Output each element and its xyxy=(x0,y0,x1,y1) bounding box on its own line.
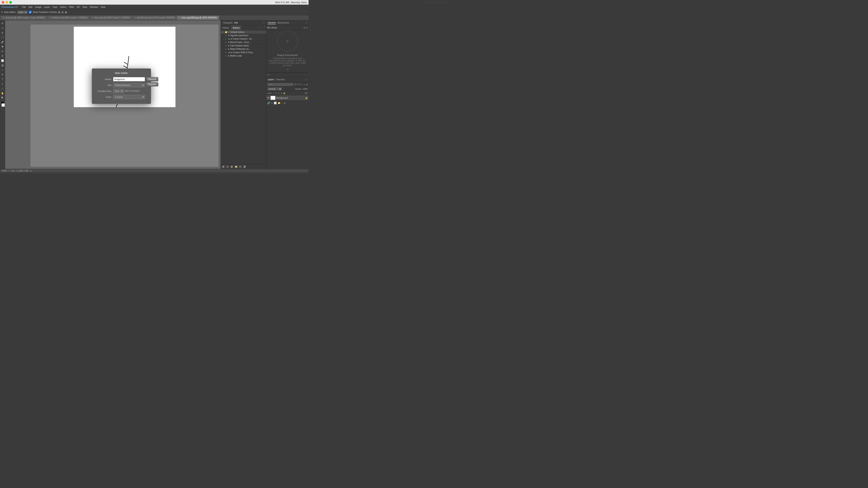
pen-tool[interactable]: ✒ xyxy=(0,72,5,77)
blend-mode-dropdown[interactable]: Normal Multiply Screen Overlay xyxy=(267,87,282,91)
panel-expand-icon[interactable]: >> xyxy=(258,25,263,30)
auto-select-dropdown[interactable]: Layer Group xyxy=(17,10,28,14)
help-icon[interactable]: ? xyxy=(286,68,288,72)
tab-close-0[interactable]: ✕ xyxy=(3,17,5,19)
path-selection-tool[interactable]: ↖ xyxy=(0,82,5,86)
link-layers-btn[interactable]: 🔗 xyxy=(267,102,270,104)
libraries-panel-menu[interactable]: ✕ xyxy=(306,22,307,24)
new-group-btn[interactable]: 📁 xyxy=(278,102,281,104)
color-dropdown[interactable]: X None Red Orange Yellow Green Blue Viol… xyxy=(113,95,145,99)
menu-select[interactable]: Select xyxy=(60,6,66,8)
action-item-2[interactable]: ✓ ▶ Wood Frame - 50 pi... xyxy=(221,41,266,44)
close-button[interactable] xyxy=(2,1,4,4)
minimize-button[interactable] xyxy=(5,1,8,4)
tab-close-2[interactable]: ✕ xyxy=(92,17,94,19)
align-left-icon[interactable]: ⊞ xyxy=(58,11,60,14)
text-tool[interactable]: T xyxy=(0,77,5,82)
record-button[interactable]: Record xyxy=(146,77,158,82)
zoom-tool[interactable]: 🔍 xyxy=(0,96,5,100)
library-list-view[interactable]: ⊞ xyxy=(304,27,305,29)
tab-4[interactable]: ✕ vine copy0000.jpg @ 100% (RGB/8#) xyxy=(177,16,219,20)
function-key-dropdown[interactable]: None xyxy=(113,89,124,93)
action-item-5[interactable]: ✓ ▣ ▶ Custom RGB to Gray... xyxy=(221,51,266,54)
tab-close-1[interactable]: ✕ xyxy=(50,17,51,19)
hand-tool[interactable]: ✋ xyxy=(0,91,5,95)
layers-tab[interactable]: Layers xyxy=(268,78,274,81)
menu-file[interactable]: File xyxy=(22,6,26,8)
action-item-6[interactable]: ✓ ▶ Molten Lead xyxy=(221,54,266,58)
menu-help[interactable]: Help xyxy=(101,6,105,8)
healing-brush-tool[interactable]: ✚ xyxy=(0,44,5,49)
channels-tab[interactable]: Channels xyxy=(276,78,285,81)
tab-1[interactable]: ✕ Untitled-1 @ 100% (Layer 1, RGB/8#) xyxy=(47,16,90,20)
action-item-0[interactable]: ✓ ▶ Vignette (selection) xyxy=(221,34,266,37)
action-item-1[interactable]: ✓ ▣ ▶ Frame Channel - 50... xyxy=(221,37,266,41)
filter-type-icon[interactable]: ⊞ xyxy=(294,83,296,86)
add-style-btn[interactable]: fx xyxy=(271,102,273,104)
menu-view[interactable]: View xyxy=(82,6,87,8)
lock-artboard-icon[interactable]: ⊡ xyxy=(281,92,282,94)
name-input[interactable] xyxy=(113,77,145,82)
create-set-button[interactable]: 📁 xyxy=(235,165,238,168)
clone-stamp-tool[interactable]: S xyxy=(0,54,5,58)
layers-panel-menu[interactable]: ✕ xyxy=(306,78,307,81)
panel-menu-icon[interactable]: >> xyxy=(262,22,265,24)
brush-tool[interactable]: ✏ xyxy=(0,49,5,53)
set-dropdown[interactable]: Default Actions xyxy=(113,83,145,87)
libraries-tab[interactable]: Libraries xyxy=(268,21,276,25)
delete-layer-btn[interactable]: 🗑 xyxy=(283,102,286,104)
tab-2[interactable]: ✕ vine copy @ 100% (Layer 2, RGB/8#) xyxy=(90,16,132,20)
play-button[interactable]: ▶ xyxy=(230,165,234,168)
menu-filter[interactable]: Filter xyxy=(69,6,74,8)
status-arrow[interactable]: ▶ xyxy=(30,170,32,172)
menu-edit[interactable]: Edit xyxy=(28,6,32,8)
tab-0[interactable]: ✕ vine.psd @ 100% (Layer 2 copy, RGB/8#) xyxy=(1,16,47,20)
library-add-icon[interactable]: + xyxy=(277,31,298,52)
info-tab[interactable]: Info xyxy=(234,21,239,24)
background-color[interactable] xyxy=(1,103,5,107)
menu-3d[interactable]: 3D xyxy=(77,6,80,8)
new-layer-btn[interactable]: + xyxy=(281,102,283,104)
library-add-btn[interactable]: + xyxy=(267,73,269,76)
delete-action-button[interactable]: 🗑 xyxy=(243,165,246,168)
cancel-button[interactable]: Cancel xyxy=(146,82,158,87)
eraser-tool[interactable]: ⬜ xyxy=(0,59,5,63)
align-right-icon[interactable]: ⊠ xyxy=(65,11,67,14)
align-center-icon[interactable]: ⊟ xyxy=(61,11,64,14)
lock-pixels-icon[interactable]: ✏ xyxy=(276,92,277,94)
stop-button[interactable]: ■ xyxy=(222,165,225,168)
lock-position-icon[interactable]: ✛ xyxy=(278,92,280,94)
library-grid-view[interactable]: ⊟ xyxy=(306,27,308,29)
add-mask-btn[interactable]: ⬜ xyxy=(274,102,277,104)
marquee-tool[interactable]: ▭ xyxy=(0,26,5,30)
menu-type[interactable]: Type xyxy=(52,6,57,8)
record-action-button[interactable]: ● xyxy=(226,165,229,168)
history-tab[interactable]: History xyxy=(221,25,231,30)
layer-item-background[interactable]: 👁 Background 🔒 xyxy=(267,95,309,101)
action-group-default[interactable]: ✓ 📁 ▼ Default Actions xyxy=(221,31,266,34)
action-item-4[interactable]: ✓ ▶ Water Reflection (ty... xyxy=(221,47,266,51)
lasso-tool[interactable]: ⌀ xyxy=(0,31,5,35)
dodge-tool[interactable]: ○ xyxy=(0,68,5,72)
lock-transparent-icon[interactable]: ⬚ xyxy=(273,92,275,94)
layers-search-input[interactable] xyxy=(267,83,293,86)
tab-3[interactable]: ✕ laserfilm.psd @ 12.5% (sound, RGB/8#) xyxy=(132,16,177,20)
filter-effect-icon[interactable]: fx xyxy=(299,83,301,86)
new-action-button[interactable]: + xyxy=(239,165,242,168)
opacity-value[interactable]: 100% xyxy=(303,88,308,90)
tab-close-4[interactable]: ✕ xyxy=(179,17,181,19)
library-import-btn[interactable]: ↑ xyxy=(270,74,271,76)
filter-attr-icon[interactable]: △ xyxy=(304,83,306,86)
filter-color-icon[interactable]: ■ xyxy=(306,83,308,86)
action-item-3[interactable]: ✓ ▶ Cast Shadow (type) xyxy=(221,44,266,47)
lock-all-icon[interactable]: 🔒 xyxy=(283,92,285,94)
move-tool[interactable]: ✛ xyxy=(0,21,5,25)
eyedropper-tool[interactable]: 💉 xyxy=(0,40,5,44)
maximize-button[interactable] xyxy=(9,1,12,4)
menu-layer[interactable]: Layer xyxy=(44,6,50,8)
show-transform-checkbox[interactable] xyxy=(29,11,32,13)
filter-name-icon[interactable]: A xyxy=(297,83,299,86)
shape-tool[interactable]: □ xyxy=(0,87,5,91)
actions-tab[interactable]: Actions xyxy=(231,25,242,30)
crop-tool[interactable]: ⛶ xyxy=(0,35,5,39)
